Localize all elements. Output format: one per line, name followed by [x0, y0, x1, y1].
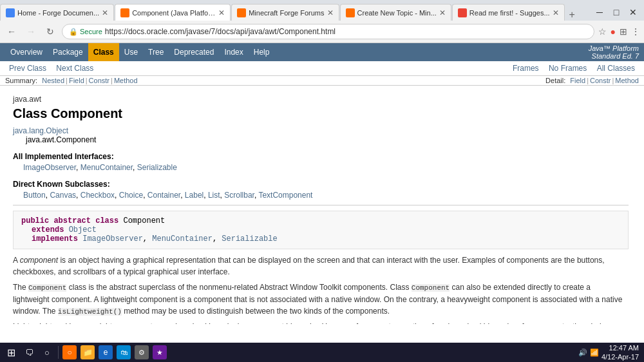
tab-forge[interactable]: Minecraft Forge Forums ✕ — [231, 4, 339, 21]
detail-constr[interactable]: Constr — [590, 77, 611, 84]
menu-button[interactable]: ⋮ — [631, 26, 640, 37]
tab-label-component: Component (Java Platfor... — [132, 9, 216, 17]
implemented-interfaces-title: All Implemented Interfaces: — [13, 149, 629, 161]
subclass-container[interactable]: Container — [147, 191, 180, 200]
description-3: Lightweight and heavyweight components m… — [13, 321, 629, 324]
address-right: ☆ ● ⊞ ⋮ — [598, 26, 640, 37]
subclass-checkbox[interactable]: Checkbox — [80, 191, 115, 200]
tab-close-home[interactable]: ✕ — [102, 8, 108, 17]
keyword-extends: extends — [32, 225, 64, 234]
subclass-button[interactable]: Button — [23, 191, 46, 200]
java-brand: Java™ Platform Standard Ed. 7 — [589, 44, 639, 60]
no-frames-link[interactable]: No Frames — [545, 62, 591, 74]
nav-deprecated[interactable]: Deprecated — [169, 43, 219, 61]
interface-menucontainer[interactable]: MenuContainer — [80, 163, 133, 172]
address-bar-row: ← → ↻ 🔒 Secure https://docs.oracle.com/j… — [0, 21, 644, 43]
nav-tree[interactable]: Tree — [143, 43, 169, 61]
tab-read[interactable]: Read me first! - Sugges... ✕ — [452, 4, 565, 21]
frames-link[interactable]: Frames — [509, 62, 543, 74]
inheritance-tree: java.lang.Object java.awt.Component — [13, 126, 629, 144]
decl-menucontainer-link[interactable]: MenuContainer — [152, 234, 213, 243]
nav-overview[interactable]: Overview — [5, 43, 48, 61]
back-button[interactable]: ← — [4, 24, 19, 39]
profile-button[interactable]: ● — [611, 26, 616, 37]
interface-imageobserver[interactable]: ImageObserver — [23, 163, 76, 172]
lock-icon: 🔒 — [69, 28, 78, 36]
tab-label-forge: Minecraft Forge Forums — [249, 9, 324, 17]
summary-field[interactable]: Field — [69, 77, 84, 84]
divider1 — [13, 205, 629, 205]
tab-close-component[interactable]: ✕ — [218, 8, 225, 17]
main-content: java.awt Class Component java.lang.Objec… — [0, 86, 644, 324]
nav-index[interactable]: Index — [219, 43, 248, 61]
interface-list: ImageObserver, MenuContainer, Serializab… — [23, 163, 629, 172]
parent-class-link[interactable]: java.lang.Object — [13, 126, 68, 135]
extensions-button[interactable]: ⊞ — [620, 26, 627, 37]
subclass-scrollbar[interactable]: Scrollbar — [224, 191, 254, 200]
tab-close-create[interactable]: ✕ — [439, 8, 446, 17]
subclass-list: Button, Canvas, Checkbox, Choice, Contai… — [23, 191, 629, 200]
tab-close-read[interactable]: ✕ — [553, 8, 559, 17]
package-name: java.awt — [13, 95, 629, 104]
class-title: Class Component — [13, 106, 629, 121]
decl-classname: Component — [123, 216, 165, 225]
interface-serializable[interactable]: Serializable — [137, 163, 177, 172]
next-class-link[interactable]: Next Class — [52, 62, 97, 74]
all-classes-link[interactable]: All Classes — [593, 62, 639, 74]
detail-method[interactable]: Method — [615, 77, 639, 84]
window-controls: ─ □ ✕ — [591, 4, 644, 21]
tab-home[interactable]: Home - Forge Documen... ✕ — [0, 4, 114, 21]
forward-button[interactable]: → — [23, 24, 39, 39]
tab-label-read: Read me first! - Sugges... — [469, 9, 550, 17]
detail-field[interactable]: Field — [570, 77, 585, 84]
tab-component[interactable]: Component (Java Platfor... ✕ — [115, 4, 231, 21]
address-bar[interactable]: 🔒 Secure https://docs.oracle.com/javase/… — [62, 24, 594, 39]
tab-favicon-home — [6, 8, 15, 17]
prev-class-link[interactable]: Prev Class — [5, 62, 50, 74]
address-url: https://docs.oracle.com/javase/7/docs/ap… — [105, 27, 336, 36]
detail-label: Detail: — [545, 77, 565, 84]
nav-use[interactable]: Use — [119, 43, 143, 61]
tab-label-home: Home - Forge Documen... — [17, 9, 99, 17]
tab-favicon-forge — [237, 8, 246, 17]
tab-favicon-read — [458, 8, 467, 17]
nav-help[interactable]: Help — [249, 43, 275, 61]
decl-object-link[interactable]: Object — [69, 225, 97, 234]
class-declaration: public abstract class Component extends … — [13, 211, 629, 249]
browser-chrome: Home - Forge Documen... ✕ Component (Jav… — [0, 0, 644, 43]
tab-favicon-create — [346, 8, 355, 17]
keyword-public: public abstract class — [21, 216, 118, 225]
bookmark-button[interactable]: ☆ — [598, 26, 607, 37]
class-nav-bar: Prev Class Next Class Frames No Frames A… — [0, 61, 644, 76]
subclasses-title: Direct Known Subclasses: — [13, 177, 629, 189]
tab-label-create: Create New Topic - Min... — [357, 9, 437, 17]
decl-serializable-link[interactable]: Serializable — [222, 234, 277, 243]
summary-label: Summary: — [5, 77, 37, 84]
description-1: A component is an object having a graphi… — [13, 254, 629, 278]
nav-package[interactable]: Package — [48, 43, 88, 61]
nav-class[interactable]: Class — [88, 43, 119, 61]
reload-button[interactable]: ↻ — [43, 24, 58, 39]
new-tab-button[interactable]: + — [565, 9, 579, 21]
description-2: The Component class is the abstract supe… — [13, 281, 629, 317]
summary-method[interactable]: Method — [114, 77, 138, 84]
maximize-button[interactable]: □ — [608, 4, 625, 21]
summary-nested[interactable]: Nested — [42, 77, 64, 84]
secure-indicator: 🔒 Secure — [69, 28, 102, 36]
summary-constr[interactable]: Constr — [89, 77, 109, 84]
tab-favicon-component — [120, 8, 129, 17]
subclass-list[interactable]: List — [208, 191, 220, 200]
tab-create[interactable]: Create New Topic - Min... ✕ — [340, 4, 451, 21]
subclass-choice[interactable]: Choice — [119, 191, 143, 200]
decl-imageobserver-link[interactable]: ImageObserver — [82, 234, 143, 243]
subclass-label[interactable]: Label — [185, 191, 204, 200]
java-nav-bar: Overview Package Class Use Tree Deprecat… — [0, 43, 644, 61]
subclass-textcomponent[interactable]: TextComponent — [258, 191, 312, 200]
tab-close-forge[interactable]: ✕ — [327, 8, 334, 17]
subclass-canvas[interactable]: Canvas — [50, 191, 76, 200]
tab-bar-inner: Home - Forge Documen... ✕ Component (Jav… — [0, 4, 591, 21]
close-button[interactable]: ✕ — [625, 4, 641, 21]
minimize-button[interactable]: ─ — [591, 4, 608, 21]
secure-label: Secure — [80, 28, 102, 35]
keyword-implements: implements — [32, 234, 78, 243]
